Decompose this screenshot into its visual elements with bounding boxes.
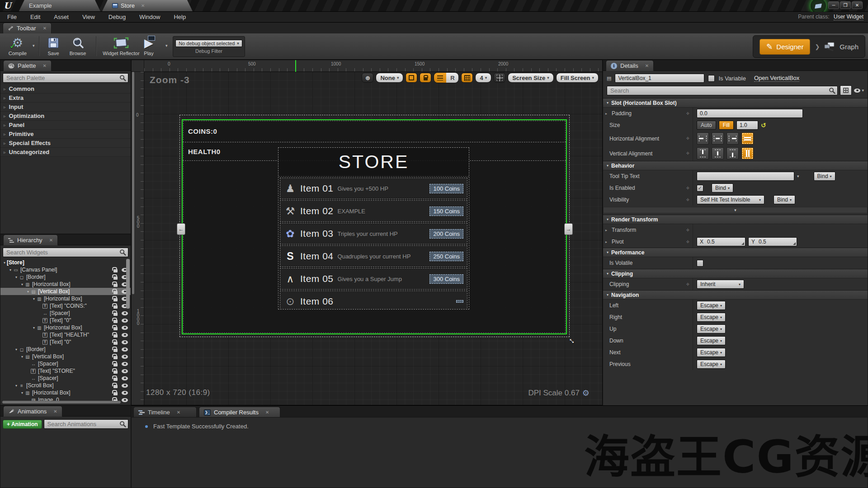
details-tab[interactable]: i Details ✕ (606, 60, 654, 71)
widget-name-input[interactable] (615, 74, 704, 83)
reset-icon[interactable]: ↺ (761, 122, 766, 129)
close-icon[interactable]: ✕ (43, 26, 47, 31)
designer-viewport[interactable]: 0 500 1000 1500 2000 0 500 1000 Zoom -3 … (131, 60, 603, 405)
caret-down-icon[interactable]: ▾ (33, 43, 35, 48)
view-options-button[interactable]: ▾ (854, 88, 864, 93)
close-icon[interactable]: ✕ (49, 238, 53, 243)
bind-diamond-icon[interactable]: ✧ (686, 150, 690, 156)
tree-row-text-store[interactable]: T[Text] "STORE" (0, 367, 131, 375)
fill-screen-dropdown[interactable]: Fill Screen▾ (556, 73, 599, 83)
lock-toggle[interactable] (420, 73, 431, 83)
menu-window[interactable]: Window (139, 14, 160, 20)
lock-icon[interactable] (113, 392, 118, 395)
add-animation-button[interactable]: + Animation (3, 420, 42, 429)
tree-row-text-0[interactable]: T[Text] "0" (0, 317, 131, 324)
tree-row-spacer[interactable]: ↔[Spacer] (0, 310, 131, 317)
advanced-expander[interactable]: ▾ (603, 207, 868, 213)
store-item-row[interactable]: ⊙ Item 06 (280, 291, 467, 310)
visibility-eye-icon[interactable] (122, 384, 128, 388)
halign-right-button[interactable] (726, 132, 739, 145)
section-performance[interactable]: ▾Performance (603, 248, 868, 257)
restore-button[interactable]: ❐ (840, 1, 851, 9)
is-enabled-bind-button[interactable]: Bind▾ (712, 183, 733, 192)
tree-row-spacer[interactable]: ↔[Spacer] (0, 375, 131, 382)
tree-row-text-0[interactable]: T[Text] "0" (0, 338, 131, 346)
price-button[interactable]: 100 Coins (429, 184, 463, 193)
store-item-row[interactable]: ✿ Item 03 Triples your current HP 200 Co… (280, 223, 467, 244)
lock-icon[interactable] (113, 305, 118, 309)
collapse-icon[interactable]: ▾ (8, 268, 13, 272)
section-clipping[interactable]: ▾Clipping (603, 269, 868, 278)
expand-icon[interactable]: ▸ (605, 228, 609, 232)
tree-row-horizontal-box[interactable]: ▾▥[Horizontal Box] (0, 281, 131, 288)
valign-fill-button[interactable] (741, 147, 754, 160)
menu-view[interactable]: View (82, 14, 95, 20)
parent-class-value[interactable]: User Widget (834, 14, 863, 20)
collapse-icon[interactable]: ▾ (20, 355, 24, 359)
graph-mode-button[interactable]: Graph (824, 42, 859, 51)
minimize-button[interactable]: ─ (828, 1, 839, 9)
tree-row-spacer[interactable]: ↔[Spacer] (0, 360, 131, 367)
collapse-icon[interactable]: ▾ (32, 297, 36, 301)
screen-size-dropdown[interactable]: Screen Size▾ (508, 73, 554, 83)
collapse-icon[interactable]: ▾ (2, 261, 7, 265)
lock-icon[interactable] (113, 291, 118, 294)
close-icon[interactable]: ✕ (177, 410, 180, 415)
nav-previous-dropdown[interactable]: Escape▾ (697, 360, 726, 369)
visibility-bind-button[interactable]: Bind▾ (774, 195, 795, 204)
menu-file[interactable]: File (7, 14, 17, 20)
scroll-right-arrow[interactable]: → (564, 223, 573, 235)
visibility-eye-icon[interactable] (122, 376, 128, 380)
close-icon[interactable]: ✕ (53, 409, 57, 414)
section-navigation[interactable]: ▾Navigation (603, 290, 868, 300)
close-button[interactable]: ✕ (852, 1, 863, 9)
size-auto-button[interactable]: Auto (697, 121, 716, 130)
hierarchy-tab[interactable]: Hierarchy ✕ (3, 235, 58, 245)
doc-tab-example[interactable]: Example (19, 0, 100, 11)
lock-icon[interactable] (113, 385, 118, 388)
nav-down-dropdown[interactable]: Escape▾ (697, 336, 726, 345)
property-matrix-button[interactable] (840, 85, 852, 95)
halign-center-button[interactable] (712, 132, 724, 145)
halign-left-button[interactable] (697, 132, 709, 145)
palette-category-uncategorized[interactable]: ▹Uncategorized (0, 148, 131, 157)
caret-down-icon[interactable]: ▾ (797, 174, 799, 178)
close-icon[interactable]: ✕ (265, 410, 269, 415)
bind-diamond-icon[interactable]: ✧ (686, 185, 690, 191)
hierarchy-hscrollbar[interactable] (2, 401, 121, 404)
tree-row-canvas-panel[interactable]: ▾▭[Canvas Panel] (0, 266, 131, 273)
collapse-icon[interactable]: ▾ (32, 326, 36, 330)
hierarchy-search-input[interactable] (3, 248, 128, 257)
store-item-row[interactable]: ∧ Item 05 Gives you a Super Jump 300 Coi… (280, 268, 467, 290)
padding-input[interactable] (697, 109, 803, 118)
palette-category-extra[interactable]: ▹Extra (0, 94, 131, 103)
collapse-icon[interactable]: ▾ (20, 282, 24, 286)
section-slot[interactable]: ▾Slot (Horizontal Box Slot) (603, 98, 868, 108)
tree-row-scroll-box[interactable]: ▾≡[Scroll Box] (0, 382, 131, 389)
clipping-dropdown[interactable]: Inherit▾ (697, 280, 744, 289)
lock-icon[interactable] (113, 269, 118, 272)
store-widget-preview[interactable]: COINS: 0 HEALTH 0 STORE ♟ Item 01 Gives … (182, 119, 567, 334)
visibility-eye-icon[interactable] (122, 333, 128, 337)
play-button[interactable]: ▶ Play (136, 36, 162, 56)
collapse-icon[interactable]: ▾ (20, 391, 24, 395)
viewport-vscrollbar[interactable] (132, 72, 134, 294)
price-button[interactable] (456, 300, 463, 303)
lock-icon[interactable] (113, 298, 118, 301)
doc-tab-store[interactable]: Store ✕ (102, 0, 193, 11)
nav-next-dropdown[interactable]: Escape▾ (697, 348, 726, 357)
tree-row-vertical-box[interactable]: ▾▤[Vertical Box] (0, 353, 131, 360)
close-icon[interactable]: ✕ (141, 3, 145, 8)
section-behavior[interactable]: ▾Behavior (603, 161, 868, 170)
lock-icon[interactable] (113, 334, 118, 338)
caret-down-icon[interactable]: ▾ (165, 43, 168, 48)
price-button[interactable]: 200 Coins (429, 229, 463, 239)
store-item-row[interactable]: ⚒ Item 02 EXAMPLE 150 Coins (280, 200, 467, 222)
collapse-icon[interactable]: ▾ (14, 384, 19, 388)
tree-row-text-health[interactable]: T[Text] "HEALTH" (0, 331, 131, 338)
visibility-eye-icon[interactable] (122, 340, 128, 344)
is-volatile-checkbox[interactable] (697, 260, 703, 267)
collapse-icon[interactable]: ▾ (14, 347, 19, 352)
tree-row-border[interactable]: ▾◻[Border] (0, 273, 131, 281)
price-button[interactable]: 300 Coins (429, 274, 463, 284)
